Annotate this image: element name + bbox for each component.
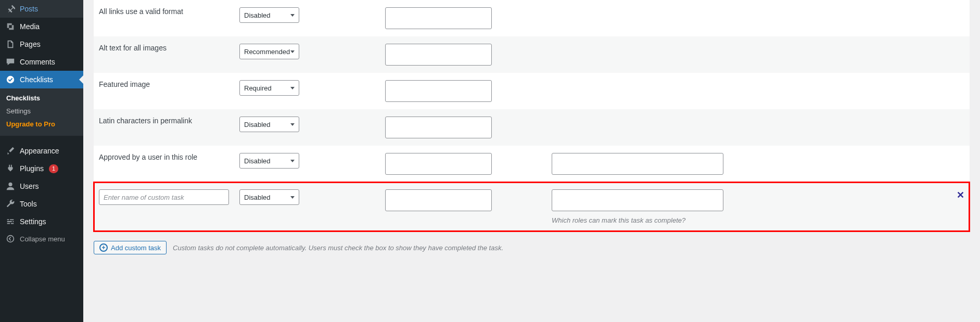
sidebar-item-label: Appearance (20, 147, 59, 155)
select-value: Disabled (244, 157, 271, 165)
task-roles-select[interactable] (385, 189, 492, 211)
task-requirement-select[interactable]: Disabled (239, 117, 299, 132)
sidebar-item-appearance[interactable]: Appearance (0, 142, 83, 160)
task-approver-roles-select[interactable] (552, 153, 723, 175)
sidebar-item-label: Comments (20, 58, 55, 66)
svg-point-2 (7, 236, 14, 242)
sidebar-item-label: Checklists (20, 75, 53, 84)
sidebar-item-media[interactable]: Media (0, 18, 83, 35)
task-requirement-select[interactable]: Disabled (239, 189, 299, 205)
main-content: All links use a valid format Disabled Al… (83, 0, 980, 322)
task-complete-roles-hint: Which roles can mark this task as comple… (552, 216, 946, 224)
add-custom-task-button[interactable]: + Add custom task (94, 241, 167, 254)
pages-icon (5, 40, 16, 49)
sidebar-item-label: Tools (20, 200, 37, 208)
chevron-down-icon (290, 160, 295, 162)
sidebar-sub-checklists[interactable]: Checklists (0, 92, 83, 105)
sidebar-item-pages[interactable]: Pages (0, 35, 83, 53)
collapse-icon (5, 235, 16, 243)
task-label: Alt text for all images (94, 36, 234, 73)
sidebar-item-label: Pages (20, 40, 41, 48)
task-row-links: All links use a valid format Disabled (94, 0, 970, 36)
sidebar-item-posts[interactable]: Posts (0, 0, 83, 18)
sidebar-sub-upgrade[interactable]: Upgrade to Pro (0, 118, 83, 131)
select-value: Recommended (244, 48, 290, 56)
chevron-down-icon (290, 50, 295, 53)
task-row-alt-text: Alt text for all images Recommended (94, 36, 970, 73)
task-roles-select[interactable] (385, 44, 492, 66)
sidebar-item-label: Media (20, 22, 40, 31)
sidebar-item-settings[interactable]: Settings (0, 213, 83, 230)
media-icon (5, 22, 16, 31)
checklist-items-table: All links use a valid format Disabled Al… (94, 0, 970, 231)
remove-task-icon[interactable]: ✕ (957, 190, 964, 200)
pushpin-icon (5, 4, 16, 14)
svg-point-0 (7, 76, 14, 83)
task-roles-select[interactable] (385, 153, 492, 175)
task-label: Approved by a user in this role (94, 146, 234, 182)
sidebar-submenu-checklists: Checklists Settings Upgrade to Pro (0, 88, 83, 136)
task-row-approved-role: Approved by a user in this role Disabled (94, 146, 970, 182)
sidebar-item-comments[interactable]: Comments (0, 53, 83, 71)
check-circle-icon (5, 75, 16, 84)
user-icon (5, 182, 16, 191)
task-label: All links use a valid format (94, 0, 234, 36)
comment-icon (5, 57, 16, 67)
select-value: Disabled (244, 121, 271, 128)
sliders-icon (5, 217, 16, 226)
task-roles-select[interactable] (385, 80, 492, 102)
sidebar-sub-settings[interactable]: Settings (0, 105, 83, 118)
sidebar-item-label: Settings (20, 217, 46, 226)
sidebar-item-users[interactable]: Users (0, 177, 83, 195)
task-roles-select[interactable] (385, 117, 492, 138)
select-value: Required (244, 84, 272, 92)
sidebar-item-plugins[interactable]: Plugins 1 (0, 160, 83, 177)
task-requirement-select[interactable]: Disabled (239, 153, 299, 169)
plus-circle-icon: + (99, 243, 108, 252)
svg-point-1 (8, 183, 12, 186)
sidebar-item-checklists[interactable]: Checklists (0, 71, 83, 88)
sidebar-item-label: Plugins (20, 164, 44, 173)
plugins-badge: 1 (49, 164, 58, 173)
chevron-down-icon (290, 87, 295, 89)
task-requirement-select[interactable]: Disabled (239, 7, 299, 23)
chevron-down-icon (290, 14, 295, 17)
wrench-icon (5, 199, 16, 209)
sidebar-item-tools[interactable]: Tools (0, 195, 83, 213)
task-label: Featured image (94, 73, 234, 109)
task-requirement-select[interactable]: Recommended (239, 44, 299, 59)
add-custom-task-label: Add custom task (111, 244, 161, 252)
brush-icon (5, 146, 16, 156)
chevron-down-icon (290, 123, 295, 126)
task-requirement-select[interactable]: Required (239, 80, 299, 96)
sidebar-item-label: Users (20, 182, 39, 190)
task-row-featured-image: Featured image Required (94, 73, 970, 109)
task-row-custom: Disabled Which roles can mark this task … (94, 182, 970, 231)
task-roles-select[interactable] (385, 7, 492, 29)
add-task-footer: + Add custom task Custom tasks do not co… (94, 241, 970, 254)
task-label: Latin characters in permalink (94, 109, 234, 146)
custom-task-name-input[interactable] (99, 189, 229, 205)
chevron-down-icon (290, 196, 295, 199)
admin-sidebar: Posts Media Pages Comments Checklists Ch… (0, 0, 83, 322)
sidebar-collapse[interactable]: Collapse menu (0, 230, 83, 247)
sidebar-collapse-label: Collapse menu (20, 235, 65, 243)
plug-icon (5, 164, 16, 173)
sidebar-item-label: Posts (20, 5, 38, 13)
add-custom-task-note: Custom tasks do not complete automatical… (173, 244, 503, 252)
task-row-latin-permalink: Latin characters in permalink Disabled (94, 109, 970, 146)
select-value: Disabled (244, 11, 271, 19)
task-complete-roles-select[interactable] (552, 189, 723, 211)
select-value: Disabled (244, 194, 271, 201)
